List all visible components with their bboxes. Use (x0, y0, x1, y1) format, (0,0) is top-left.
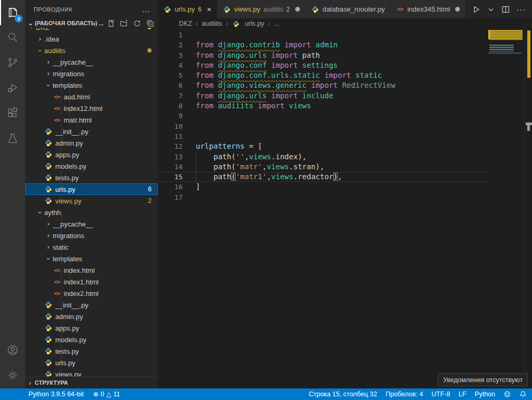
breadcrumb-item-DKZ[interactable]: DKZ (179, 20, 192, 27)
tree-item-tests.py[interactable]: tests.py (25, 172, 158, 183)
activity-item-settings[interactable] (0, 363, 25, 388)
tree-item-__pycache__[interactable]: ›__pycache__ (25, 218, 158, 230)
tree-item-views.py[interactable]: views.py2 (25, 195, 158, 207)
code-line-8[interactable]: 8from audiiits import views (158, 101, 488, 111)
html-icon: <> (396, 5, 404, 14)
file-tree: ›DKZ›.idea›audiiits›__pycache__›migratio… (25, 22, 158, 380)
code-line-9[interactable]: 9 (158, 111, 488, 121)
tree-item-admin.py[interactable]: admin.py (25, 137, 158, 149)
tree-item-templates[interactable]: ›templates (25, 79, 158, 91)
code-line-7[interactable]: 7from django.urls import include (158, 91, 488, 101)
tree-item-migrations[interactable]: ›migrations (25, 68, 158, 79)
tree-item-tests.py[interactable]: tests.py (25, 345, 158, 357)
cursor-position-item[interactable]: Строка 15, столбец 32 (309, 391, 377, 398)
tree-item-index2.html[interactable]: <>index2.html (25, 288, 158, 299)
tree-item-__init__.py[interactable]: __init__.py (25, 126, 158, 137)
collapse-all-icon[interactable] (145, 18, 155, 28)
tab-label: database_roouter.py (323, 5, 385, 13)
code-line-15[interactable]: 15 path('matr1',views.redactor), (158, 172, 488, 182)
tree-item-.idea[interactable]: ›.idea (25, 33, 158, 45)
new-folder-icon[interactable] (119, 18, 128, 28)
tab-views.py[interactable]: views.pyaudiiits2 (217, 0, 306, 18)
tree-item-apps.py[interactable]: apps.py (25, 322, 158, 334)
tree-item-aud.html[interactable]: <>aud.html (25, 91, 158, 102)
python-icon (223, 5, 231, 14)
tree-item-index1.html[interactable]: <>index1.html (25, 276, 158, 288)
close-icon[interactable]: × (207, 5, 212, 14)
tab-database_roouter.py[interactable]: database_roouter.py (306, 0, 391, 18)
encoding-item[interactable]: UTF-8 (431, 391, 450, 398)
code-line-2[interactable]: 2from django.contrib import admin (158, 40, 488, 50)
code-line-17[interactable]: 17 (158, 192, 488, 202)
tree-item-migrations[interactable]: ›migrations (25, 230, 158, 241)
tree-item-__init__.py[interactable]: __init__.py (25, 299, 158, 311)
breadcrumb-item-urls.py[interactable]: urls.py (232, 19, 264, 28)
chevron-down-icon[interactable] (487, 5, 495, 14)
code-line-12[interactable]: 12urlpatterns = [ (158, 141, 488, 151)
play-icon[interactable] (472, 5, 480, 14)
python-interpreter-item[interactable]: Python 3.9.5 64-bit (28, 391, 84, 398)
code-line-4[interactable]: 4from django.conf import settings (158, 60, 488, 70)
activity-item-extensions[interactable] (0, 101, 25, 126)
tree-item-apps.py[interactable]: apps.py (25, 149, 158, 160)
scrollbar[interactable] (525, 29, 532, 388)
tree-item-admin.py[interactable]: admin.py (25, 311, 158, 322)
code-token: 'matr' (236, 162, 263, 171)
tree-item-models.py[interactable]: models.py (25, 334, 158, 345)
code-line-3[interactable]: 3from django.urls import path (158, 50, 488, 60)
split-icon[interactable] (501, 5, 510, 14)
activity-item-testing[interactable] (0, 126, 25, 151)
minimap[interactable] (488, 29, 525, 388)
new-file-icon[interactable] (106, 18, 115, 28)
activity-item-explorer[interactable]: 3 (0, 0, 25, 25)
breadcrumb-item-...[interactable]: ... (274, 20, 279, 27)
sidebar-more-actions-icon[interactable]: … (142, 7, 150, 12)
ellipsis-icon[interactable]: ··· (516, 8, 526, 11)
tree-item-templates[interactable]: ›templates (25, 253, 158, 264)
code-line-1[interactable]: 1 (158, 30, 488, 40)
tree-item-urls.py[interactable]: urls.py6 (25, 183, 158, 195)
tree-item-index.html[interactable]: <>index.html (25, 264, 158, 276)
chevron-right-icon: › (44, 58, 53, 66)
tab-index345.html[interactable]: <>index345.html (390, 0, 466, 18)
sidebar-title-row: ПРОВОДНИК … (25, 0, 158, 18)
tree-item-label: aud.html (64, 93, 90, 101)
problems-item[interactable]: ⊗ 0 △ 11 (93, 391, 120, 398)
outline-section-header[interactable]: › СТРУКТУРА (25, 376, 158, 388)
code-line-14[interactable]: 14 path('matr',views.stran), (158, 162, 488, 172)
activity-item-source-control[interactable] (0, 50, 25, 76)
indentation-item[interactable]: Пробелов: 4 (386, 391, 423, 398)
code-line-16[interactable]: 16] (158, 182, 488, 192)
activity-bar-bottom (0, 338, 25, 388)
tree-item-urls.py[interactable]: urls.py (25, 357, 158, 368)
minimap-imports-block (490, 30, 523, 40)
feedback-icon[interactable] (504, 391, 511, 398)
code-line-10[interactable]: 10 (158, 121, 488, 131)
chevron-right-icon: › (44, 69, 53, 77)
tab-urls.py[interactable]: urls.py6× (158, 0, 217, 18)
tree-item-aythh[interactable]: ›aythh (25, 207, 158, 218)
code-line-5[interactable]: 5from django.conf.urls.static import sta… (158, 70, 488, 80)
code-line-6[interactable]: 6from django.views.generic import Redire… (158, 80, 488, 90)
tree-item-matr.html[interactable]: <>matr.html (25, 114, 158, 126)
code-area: 12from django.contrib import admin3from … (158, 29, 532, 388)
sidebar-title: ПРОВОДНИК (34, 6, 73, 13)
activity-item-search[interactable] (0, 25, 25, 50)
tree-item-index12.html[interactable]: <>index12.html (25, 102, 158, 114)
bell-icon[interactable] (519, 391, 527, 398)
language-mode-item[interactable]: Python (475, 391, 495, 398)
python-icon (44, 197, 53, 205)
eol-item[interactable]: LF (458, 391, 466, 398)
code-line-11[interactable]: 11 (158, 131, 488, 141)
code-line-13[interactable]: 13 path('',views.index), (158, 152, 488, 162)
python-icon (311, 5, 319, 14)
activity-item-account[interactable] (0, 338, 25, 363)
tree-item-models.py[interactable]: models.py (25, 160, 158, 172)
tree-item-static[interactable]: ›static (25, 241, 158, 253)
tree-item-__pycache__[interactable]: ›__pycache__ (25, 56, 158, 68)
breadcrumb-item-audiiits[interactable]: audiiits (202, 20, 222, 27)
activity-item-run-debug[interactable] (0, 76, 25, 101)
workspace-section-header[interactable]: ⌄ (РАБОЧАЯ ОБЛАСТЬ) ... (25, 18, 158, 28)
tree-item-audiiits[interactable]: ›audiiits (25, 45, 158, 56)
refresh-icon[interactable] (132, 18, 142, 28)
